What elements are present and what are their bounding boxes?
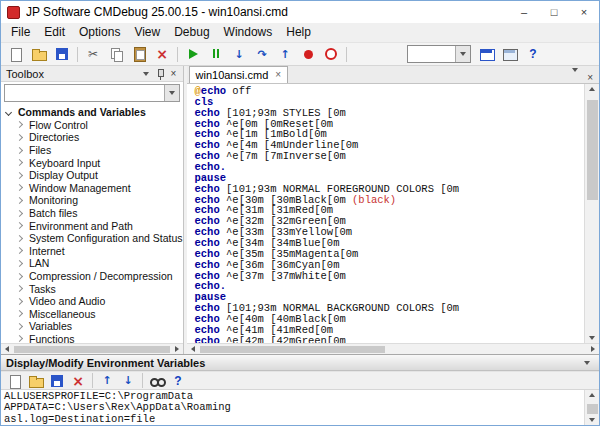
open-folder-button[interactable] — [28, 44, 50, 64]
open-folder-button[interactable] — [26, 372, 46, 389]
cut-button[interactable] — [82, 44, 104, 64]
breakpoint-button[interactable] — [297, 44, 319, 64]
pause-button[interactable] — [205, 44, 227, 64]
tree-item[interactable]: Display Output — [1, 169, 183, 182]
step-out-button[interactable] — [274, 44, 296, 64]
environment-vscrollbar[interactable] — [584, 390, 599, 425]
tree-item[interactable]: Files — [1, 144, 183, 157]
scrollbar-thumb[interactable] — [587, 404, 598, 414]
code-line[interactable]: echo ^e[42m [42mGreen[0m — [195, 336, 584, 343]
tree-item[interactable]: Flow Control — [1, 119, 183, 132]
tab-list-button[interactable] — [572, 72, 578, 83]
help-button[interactable] — [168, 372, 188, 389]
scrollbar-thumb[interactable] — [587, 100, 598, 200]
code-editor[interactable]: @echo offclsecho [101;93m STYLES [0mecho… — [187, 84, 584, 343]
toolbox-filter-combobox[interactable] — [4, 84, 180, 102]
tree-item[interactable]: Miscellaneous — [1, 308, 183, 321]
scroll-up-arrow[interactable] — [589, 393, 595, 397]
tree-item[interactable]: Keyboard Input — [1, 156, 183, 169]
panel-menu-button[interactable] — [139, 67, 153, 81]
environment-body: ALLUSERSPROFILE=C:\ProgramDataAPPDATA=C:… — [1, 390, 599, 425]
run-button[interactable] — [182, 44, 204, 64]
panel-close-button[interactable]: × — [167, 67, 181, 81]
toolbox-panel: Toolbox × Commands and VariablesFlow Con… — [1, 66, 184, 354]
tree-item[interactable]: Monitoring — [1, 194, 183, 207]
menu-options[interactable]: Options — [72, 23, 127, 42]
find-icon — [149, 373, 165, 389]
console-button[interactable] — [476, 44, 498, 64]
save-button[interactable] — [47, 372, 67, 389]
tree-item-commands-and-variables[interactable]: Commands and Variables — [1, 106, 183, 119]
scrollbar-thumb[interactable] — [14, 346, 170, 353]
scroll-down-arrow[interactable] — [589, 418, 595, 422]
tree-item[interactable]: Video and Audio — [1, 295, 183, 308]
code-line[interactable]: @echo off — [195, 86, 584, 97]
tree-item[interactable]: LAN — [1, 257, 183, 270]
help-button[interactable] — [522, 44, 544, 64]
menu-debug[interactable]: Debug — [167, 23, 216, 42]
tab-win10ansi[interactable]: win10ansi.cmd × — [189, 66, 289, 83]
chevron-right-icon — [16, 222, 23, 229]
save-button[interactable] — [51, 44, 73, 64]
close-document-button[interactable]: × — [587, 72, 593, 83]
tree-item[interactable]: Batch files — [1, 207, 183, 220]
delete-button[interactable] — [151, 44, 173, 64]
combo-dropdown-arrow[interactable] — [164, 85, 179, 101]
pin-button[interactable] — [153, 67, 167, 81]
menu-file[interactable]: File — [4, 23, 37, 42]
scroll-right-arrow[interactable] — [591, 346, 595, 352]
code-line[interactable]: echo. — [195, 162, 584, 173]
tree-item[interactable]: Window Management — [1, 182, 183, 195]
find-button[interactable] — [147, 372, 167, 389]
tree-item[interactable]: Compression / Decompression — [1, 270, 183, 283]
delete-button[interactable] — [68, 372, 88, 389]
toolbar-combobox[interactable] — [407, 45, 471, 63]
scroll-up-arrow[interactable] — [589, 87, 595, 91]
move-down-button[interactable] — [118, 372, 138, 389]
tree-item[interactable]: Tasks — [1, 282, 183, 295]
code-line[interactable]: echo. — [195, 281, 584, 292]
menu-help[interactable]: Help — [279, 23, 318, 42]
maximize-button[interactable]: □ — [539, 1, 569, 23]
minimize-button[interactable]: – — [509, 1, 539, 23]
toolbox-hscrollbar[interactable] — [1, 343, 183, 354]
editor-vscrollbar[interactable] — [584, 84, 599, 343]
stop-button[interactable] — [320, 44, 342, 64]
menu-view[interactable]: View — [127, 23, 167, 42]
tree-item[interactable]: System Configuration and Status — [1, 232, 183, 245]
paste-icon — [131, 46, 147, 62]
editor-hscrollbar[interactable] — [187, 343, 599, 354]
new-file-button[interactable] — [5, 44, 27, 64]
chevron-right-icon — [16, 134, 23, 141]
environment-toolbar — [1, 371, 599, 390]
step-into-button[interactable] — [228, 44, 250, 64]
move-up-button[interactable] — [97, 372, 117, 389]
environment-variable-row[interactable]: asl.log=Destination=file — [4, 414, 584, 425]
tab-close-icon[interactable]: × — [275, 70, 281, 80]
environment-variable-row[interactable]: APPDATA=C:\Users\Rex\AppData\Roaming — [4, 402, 584, 413]
copy-button[interactable] — [105, 44, 127, 64]
tree-item[interactable]: Variables — [1, 320, 183, 333]
close-button[interactable]: × — [569, 1, 599, 23]
tree-item[interactable]: Directories — [1, 131, 183, 144]
menu-edit[interactable]: Edit — [37, 23, 72, 42]
combo-dropdown-arrow[interactable] — [455, 46, 470, 62]
window-button[interactable] — [499, 44, 521, 64]
tree-item[interactable]: Environment and Path — [1, 219, 183, 232]
scroll-left-arrow[interactable] — [5, 346, 9, 352]
step-over-button[interactable] — [251, 44, 273, 64]
code-line[interactable]: echo ^e[7m [7mInverse[0m — [195, 151, 584, 162]
scrollbar-thumb[interactable] — [200, 346, 385, 353]
window-icon — [502, 46, 518, 62]
scroll-down-arrow[interactable] — [589, 336, 595, 340]
tree-item[interactable]: Internet — [1, 245, 183, 258]
panel-menu-button[interactable] — [580, 356, 594, 370]
chevron-right-icon — [16, 121, 23, 128]
scroll-left-arrow[interactable] — [191, 346, 195, 352]
scroll-right-arrow[interactable] — [175, 346, 179, 352]
tree-item[interactable]: Functions — [1, 333, 183, 343]
new-file-button[interactable] — [5, 372, 25, 389]
code-line[interactable]: echo ^e[37m [37mWhite[0m — [195, 271, 584, 282]
paste-button[interactable] — [128, 44, 150, 64]
menu-windows[interactable]: Windows — [217, 23, 280, 42]
